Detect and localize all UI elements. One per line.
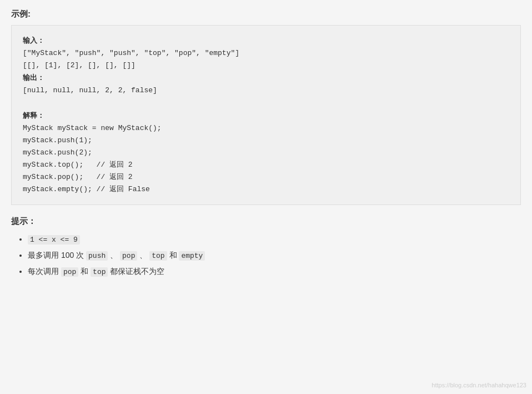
input-line2: [[], [1], [2], [], [], []]	[23, 59, 509, 72]
hint-item-2: 最多调用 100 次 push 、 pop 、 top 和 empty	[28, 247, 521, 263]
hints-title: 提示：	[11, 216, 521, 227]
hint1-code: 1 <= x <= 9	[28, 235, 80, 245]
hint2-empty: empty	[179, 251, 205, 261]
explain-label: 解释：	[23, 111, 44, 119]
explain-line-3: myStack.push(2);	[23, 147, 509, 159]
input-line1: ["MyStack", "push", "push", "top", "pop"…	[23, 47, 509, 59]
input-label: 输入：	[23, 36, 44, 44]
hints-section: 提示： 1 <= x <= 9 最多调用 100 次 push 、 pop 、 …	[11, 216, 521, 280]
output-line: [null, null, null, 2, 2, false]	[23, 84, 509, 97]
hint2-pop: pop	[120, 251, 137, 261]
explain-line-2: myStack.push(1);	[23, 134, 509, 147]
hint-list: 1 <= x <= 9 最多调用 100 次 push 、 pop 、 top …	[11, 231, 521, 280]
example-title: 示例:	[11, 9, 521, 19]
output-label: 输出：	[23, 73, 44, 82]
watermark: https://blog.csdn.net/hahahqwe123	[431, 382, 526, 388]
explain-line-1: MyStack myStack = new MyStack();	[23, 122, 509, 134]
explain-line-6: myStack.empty(); // 返回 False	[23, 183, 509, 196]
hint3-pop: pop	[61, 267, 78, 277]
explain-line-4: myStack.top(); // 返回 2	[23, 159, 509, 171]
example-section: 示例: 输入： ["MyStack", "push", "push", "top…	[11, 9, 521, 205]
hint-item-3: 每次调用 pop 和 top 都保证栈不为空	[28, 263, 521, 280]
explain-line-5: myStack.pop(); // 返回 2	[23, 171, 509, 183]
hint2-top: top	[149, 251, 167, 261]
hint2-push: push	[86, 251, 108, 261]
hint-item-1: 1 <= x <= 9	[28, 231, 521, 247]
example-code-block: 输入： ["MyStack", "push", "push", "top", "…	[11, 25, 521, 205]
hint3-top: top	[91, 267, 108, 277]
